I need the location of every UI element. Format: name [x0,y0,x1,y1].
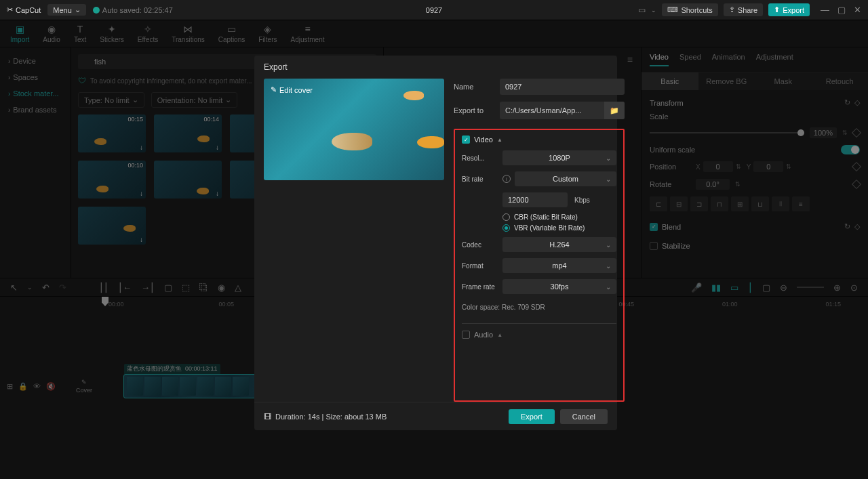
path-input[interactable] [500,102,604,119]
radio-icon [502,213,510,221]
resolution-label: Resol... [462,154,502,162]
chevron-up-icon[interactable]: ▲ [497,137,502,143]
folder-icon[interactable]: 📁 [604,102,625,119]
pencil-icon: ✎ [271,85,277,94]
radio-checked-icon [502,224,510,232]
video-checkbox[interactable]: ✓ [462,136,470,144]
edit-cover-button[interactable]: ✎ Edit cover [271,85,313,94]
resolution-select[interactable]: 1080P [502,150,616,165]
footer-info-label: Duration: 14s | Size: about 13 MB [275,413,387,421]
bitrate-input[interactable] [502,192,568,207]
bitrate-label: Bit rate [462,175,502,183]
filmstrip-icon: 🎞 [264,413,271,421]
name-label: Name [454,83,500,91]
video-settings-section: ✓ Video ▲ Resol... 1080P Bit rate i Cust… [454,129,625,402]
cancel-button[interactable]: Cancel [560,409,608,424]
codec-label: Codec [462,241,502,249]
info-icon[interactable]: i [502,175,511,183]
export-modal: Export ✎ Edit cover Name Export to [254,56,617,430]
audio-checkbox[interactable] [462,331,470,339]
chevron-up-icon[interactable]: ▲ [497,332,502,338]
video-header-label: Video [474,136,493,144]
bitrate-unit: Kbps [574,196,590,204]
modal-title: Export [254,56,617,79]
exportto-label: Export to [454,106,500,114]
audio-header-label: Audio [474,331,493,339]
vbr-radio[interactable]: VBR (Variable Bit Rate) [502,224,616,232]
cover-preview: ✎ Edit cover [264,79,444,180]
colorspace-label: Color space: Rec. 709 SDR [462,304,616,311]
cbr-radio[interactable]: CBR (Static Bit Rate) [502,213,616,221]
codec-select[interactable]: H.264 [502,237,616,252]
framerate-label: Frame rate [462,283,502,291]
framerate-select[interactable]: 30fps [502,279,616,294]
format-select[interactable]: mp4 [502,258,616,273]
bitrate-select[interactable]: Custom [515,171,616,186]
format-label: Format [462,262,502,270]
export-confirm-button[interactable]: Export [509,409,555,424]
name-input[interactable] [500,79,625,95]
